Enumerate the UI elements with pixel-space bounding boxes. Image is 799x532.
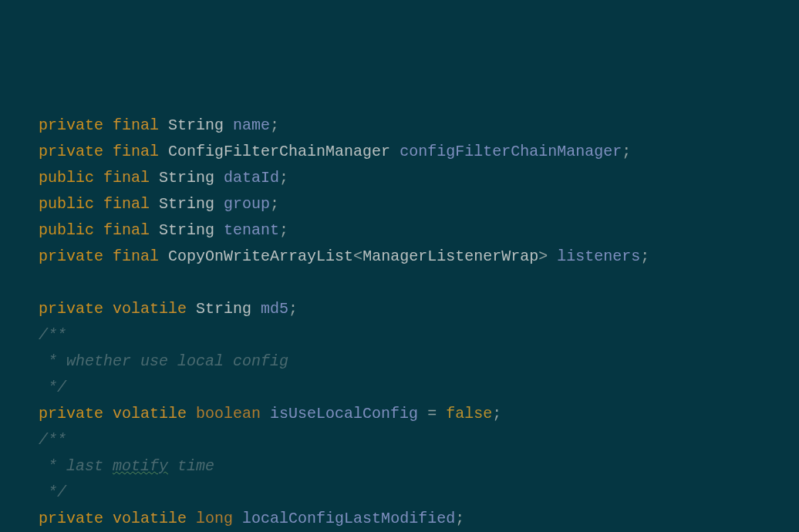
code-line: */ xyxy=(39,375,799,401)
code-line xyxy=(39,270,799,296)
code-token: name xyxy=(233,116,270,134)
code-line: * last motify time xyxy=(39,453,799,480)
code-token: ; xyxy=(279,169,288,187)
code-line: public final String group; xyxy=(39,191,799,217)
code-token: final xyxy=(103,221,150,239)
code-token xyxy=(159,143,168,160)
code-token xyxy=(103,116,113,134)
code-token: final xyxy=(113,116,159,134)
code-token: tenant xyxy=(224,221,279,239)
code-token xyxy=(94,221,103,239)
code-line: private volatile String md5; xyxy=(39,296,799,322)
code-token xyxy=(94,169,103,187)
code-token xyxy=(103,510,113,527)
code-token: ; xyxy=(455,510,464,527)
code-token: localConfigLastModified xyxy=(242,510,455,527)
code-line: */ xyxy=(39,480,799,506)
code-token xyxy=(187,405,196,423)
code-token: ; xyxy=(270,195,279,213)
code-line: public final String dataId; xyxy=(39,165,799,191)
code-token: /** xyxy=(39,431,66,449)
code-token xyxy=(418,405,427,423)
code-token: group xyxy=(224,195,270,213)
code-token: public xyxy=(39,221,94,239)
code-token xyxy=(251,300,261,318)
code-token xyxy=(390,143,400,160)
code-line: /** xyxy=(39,322,799,348)
code-token: String xyxy=(196,300,251,318)
code-token: * last xyxy=(39,457,113,475)
code-token: ; xyxy=(288,300,298,318)
code-token: private xyxy=(39,116,103,134)
code-line: private volatile boolean isUseLocalConfi… xyxy=(39,401,799,427)
code-block: private final String name;private final … xyxy=(39,113,799,532)
code-token: */ xyxy=(39,483,66,501)
code-token: motify xyxy=(113,457,168,475)
code-token xyxy=(548,247,557,265)
code-line: private final ConfigFilterChainManager c… xyxy=(39,139,799,165)
code-line: /** xyxy=(39,427,799,453)
code-token: ; xyxy=(622,143,631,160)
code-token xyxy=(150,221,159,239)
code-line: public final String tenant; xyxy=(39,217,799,244)
code-token: /** xyxy=(39,326,66,344)
code-token xyxy=(39,274,48,291)
code-token: volatile xyxy=(113,300,187,318)
code-token: */ xyxy=(39,379,66,396)
code-line: private volatile long localConfigLastMod… xyxy=(39,506,799,532)
code-token: dataId xyxy=(224,169,279,187)
code-token: ManagerListenerWrap xyxy=(362,247,538,265)
code-token xyxy=(94,195,103,213)
code-token: ; xyxy=(640,247,649,265)
code-token: md5 xyxy=(261,300,288,318)
code-token: * whether use local config xyxy=(39,352,288,370)
code-token: private xyxy=(39,510,103,527)
code-token: long xyxy=(196,510,233,527)
code-token: public xyxy=(39,169,94,187)
code-token: volatile xyxy=(113,405,187,423)
code-line: * whether use local config xyxy=(39,348,799,375)
code-token: String xyxy=(159,195,214,213)
code-token: < xyxy=(353,247,362,265)
code-token: > xyxy=(538,247,548,265)
code-line: private final String name; xyxy=(39,113,799,139)
code-token: String xyxy=(159,169,214,187)
code-token xyxy=(214,169,224,187)
code-token xyxy=(224,116,233,134)
code-token: private xyxy=(39,143,103,160)
code-token: final xyxy=(113,247,159,265)
code-token: listeners xyxy=(557,247,640,265)
code-token xyxy=(214,195,224,213)
code-token: private xyxy=(39,300,103,318)
code-token: public xyxy=(39,195,94,213)
code-token: ConfigFilterChainManager xyxy=(168,143,390,160)
code-token: ; xyxy=(492,405,501,423)
code-token: false xyxy=(446,405,492,423)
code-token xyxy=(187,300,196,318)
code-token xyxy=(437,405,446,423)
code-token xyxy=(261,405,270,423)
code-token xyxy=(233,510,242,527)
code-token: private xyxy=(39,247,103,265)
code-token: boolean xyxy=(196,405,261,423)
code-token: CopyOnWriteArrayList xyxy=(168,247,353,265)
code-token xyxy=(103,300,113,318)
code-token xyxy=(187,510,196,527)
code-token xyxy=(159,116,168,134)
code-token: ; xyxy=(279,221,288,239)
code-token xyxy=(103,143,113,160)
code-token: final xyxy=(103,169,150,187)
code-token xyxy=(159,247,168,265)
code-token: final xyxy=(113,143,159,160)
code-token xyxy=(103,247,113,265)
code-token: configFilterChainManager xyxy=(400,143,622,160)
code-token xyxy=(150,169,159,187)
code-token: volatile xyxy=(113,510,187,527)
code-token: time xyxy=(168,457,214,475)
code-token: ; xyxy=(270,116,279,134)
code-line: private final CopyOnWriteArrayList<Manag… xyxy=(39,244,799,270)
code-token xyxy=(103,405,113,423)
code-token: String xyxy=(168,116,224,134)
code-token: String xyxy=(159,221,214,239)
code-token xyxy=(150,195,159,213)
